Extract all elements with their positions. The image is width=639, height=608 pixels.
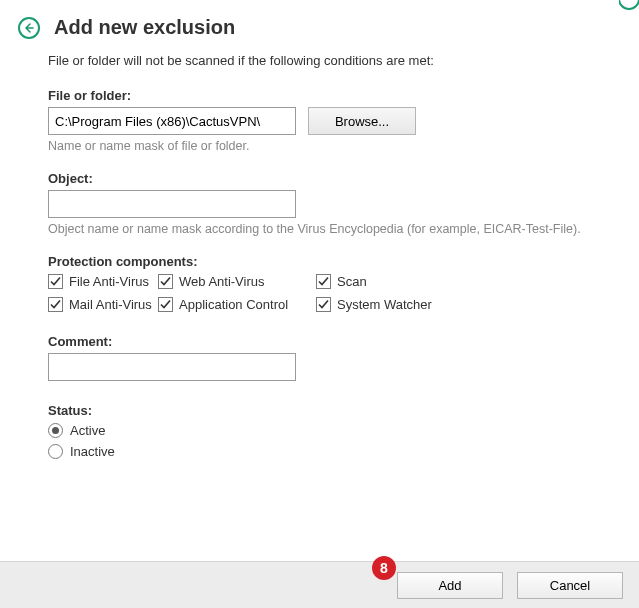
components-label: Protection components: <box>48 254 591 269</box>
checkbox-application-control[interactable]: Application Control <box>158 297 316 312</box>
checkbox-label: Scan <box>337 274 367 289</box>
check-icon <box>158 297 173 312</box>
back-button[interactable] <box>18 17 40 39</box>
check-icon <box>316 274 331 289</box>
object-hint: Object name or name mask according to th… <box>48 222 591 236</box>
radio-active[interactable]: Active <box>48 423 591 438</box>
status-label: Status: <box>48 403 591 418</box>
checkbox-label: System Watcher <box>337 297 432 312</box>
radio-icon <box>48 444 63 459</box>
page-title: Add new exclusion <box>54 16 235 39</box>
radio-label: Active <box>70 423 105 438</box>
radio-label: Inactive <box>70 444 115 459</box>
checkbox-scan[interactable]: Scan <box>316 274 466 289</box>
check-icon <box>316 297 331 312</box>
step-badge: 8 <box>372 556 396 580</box>
comment-input[interactable] <box>48 353 296 381</box>
checkbox-label: Mail Anti-Virus <box>69 297 152 312</box>
checkbox-label: File Anti-Virus <box>69 274 149 289</box>
radio-inactive[interactable]: Inactive <box>48 444 591 459</box>
comment-label: Comment: <box>48 334 591 349</box>
cancel-button[interactable]: Cancel <box>517 572 623 599</box>
checkbox-file-antivirus[interactable]: File Anti-Virus <box>48 274 158 289</box>
check-icon <box>158 274 173 289</box>
check-icon <box>48 297 63 312</box>
file-label: File or folder: <box>48 88 591 103</box>
checkbox-label: Application Control <box>179 297 288 312</box>
checkbox-web-antivirus[interactable]: Web Anti-Virus <box>158 274 316 289</box>
browse-button[interactable]: Browse... <box>308 107 416 135</box>
file-hint: Name or name mask of file or folder. <box>48 139 591 153</box>
help-icon[interactable] <box>619 0 639 10</box>
radio-icon <box>48 423 63 438</box>
add-button[interactable]: Add <box>397 572 503 599</box>
intro-text: File or folder will not be scanned if th… <box>48 53 591 68</box>
checkbox-mail-antivirus[interactable]: Mail Anti-Virus <box>48 297 158 312</box>
file-path-input[interactable] <box>48 107 296 135</box>
object-label: Object: <box>48 171 591 186</box>
checkbox-system-watcher[interactable]: System Watcher <box>316 297 466 312</box>
object-input[interactable] <box>48 190 296 218</box>
footer-bar: Add Cancel <box>0 561 639 608</box>
arrow-left-icon <box>24 23 34 33</box>
check-icon <box>48 274 63 289</box>
checkbox-label: Web Anti-Virus <box>179 274 265 289</box>
